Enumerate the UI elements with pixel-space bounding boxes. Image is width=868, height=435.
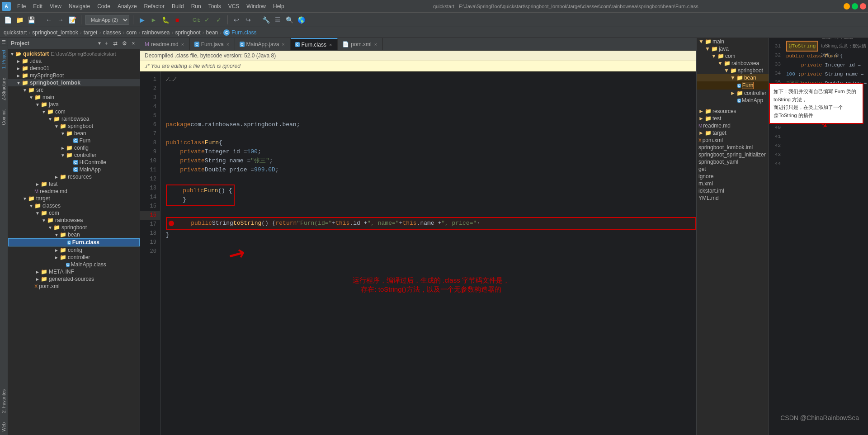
breadcrumb-springboot[interactable]: springboot bbox=[175, 29, 201, 36]
right-tree-controller[interactable]: ► 📁 controller bbox=[697, 90, 769, 97]
tab-readme[interactable]: M readme.md × bbox=[140, 38, 190, 51]
right-tree-iml[interactable]: springboot_lombok.iml bbox=[697, 144, 769, 151]
right-tree-bean[interactable]: ▼ 📁 bean bbox=[697, 74, 769, 81]
breadcrumb-file[interactable]: Furn.class bbox=[231, 29, 256, 36]
tree-config[interactable]: ► 📁 config bbox=[8, 144, 140, 151]
tab-mainapp-java[interactable]: C MainApp.java × bbox=[235, 38, 291, 51]
code-editor[interactable]: 1 2 3 4 5 6 7 8 9 10 11 12 13 14 bbox=[140, 71, 696, 435]
code-content[interactable]: /…/ package com.rainbowsea.springboot.be… bbox=[160, 71, 696, 435]
tab-web[interactable]: Web bbox=[1, 422, 6, 431]
settings-panel-btn[interactable]: ⚙ bbox=[121, 40, 128, 47]
git-check-button[interactable]: ✓ bbox=[202, 15, 212, 25]
right-tree-ymlmd[interactable]: YML.md bbox=[697, 194, 769, 202]
vcs-button[interactable]: ☰ bbox=[273, 15, 283, 25]
right-tree-ignore[interactable]: ignore bbox=[697, 173, 769, 180]
tab-mainapp-java-close[interactable]: × bbox=[281, 42, 285, 47]
close-button[interactable] bbox=[860, 3, 866, 9]
recent-files-button[interactable]: 📝 bbox=[67, 15, 77, 25]
breadcrumb-rainbowsea[interactable]: rainbowsea bbox=[142, 29, 170, 36]
right-tree-furn[interactable]: C Furn bbox=[697, 81, 769, 90]
tree-hicontroller[interactable]: C HiControlle bbox=[8, 159, 140, 166]
tree-com-target[interactable]: ▼ 📁 com bbox=[8, 209, 140, 217]
right-tree-spring-init[interactable]: springboot_spring_initializer bbox=[697, 151, 769, 158]
breadcrumb-com[interactable]: com bbox=[126, 29, 137, 36]
tree-src[interactable]: ▼ 📁 src bbox=[8, 86, 140, 94]
tree-resources[interactable]: ► 📁 resources bbox=[8, 173, 140, 180]
tab-furn-java-close[interactable]: × bbox=[226, 42, 230, 47]
tree-myspringboot[interactable]: ► 📁 mySpringBoot bbox=[8, 72, 140, 79]
tree-meta-inf[interactable]: ► 📁 META-INF bbox=[8, 268, 140, 275]
tree-bean[interactable]: ▼ 📁 bean bbox=[8, 130, 140, 137]
tree-springboot-lombok[interactable]: ▼ 📁 springboot_lombok bbox=[8, 79, 140, 86]
breadcrumb-bean[interactable]: bean bbox=[206, 29, 218, 36]
add-panel-btn[interactable]: + bbox=[103, 40, 110, 47]
menu-help[interactable]: Help bbox=[269, 2, 288, 10]
collapse-sidebar-btn[interactable]: ☰ bbox=[2, 39, 6, 45]
right-tree-mxml[interactable]: m.xml bbox=[697, 180, 769, 187]
right-tree-main[interactable]: ▼ 📁 main bbox=[697, 38, 769, 45]
tree-furn-class[interactable]: C Furn.class bbox=[8, 238, 140, 246]
tree-main[interactable]: ▼ 📁 main bbox=[8, 94, 140, 101]
tree-furn-java[interactable]: C Furn bbox=[8, 137, 140, 144]
right-tree-spring-yaml[interactable]: springboot_yaml bbox=[697, 158, 769, 165]
sync-panel-btn[interactable]: ⇄ bbox=[112, 40, 119, 47]
menu-navigate[interactable]: Navigate bbox=[65, 2, 94, 10]
tree-demo01[interactable]: ► 📁 demo01 bbox=[8, 65, 140, 72]
tab-furn-class-close[interactable]: × bbox=[328, 42, 333, 47]
tree-mainapp[interactable]: C MainApp bbox=[8, 166, 140, 173]
right-tree-springboot[interactable]: ▼ 📁 springboot bbox=[697, 67, 769, 74]
breadcrumb-classes[interactable]: classes bbox=[103, 29, 121, 36]
tab-commit[interactable]: Commit bbox=[1, 109, 6, 125]
tree-springboot[interactable]: ▼ 📁 springboot bbox=[8, 123, 140, 130]
right-tree-rainbowsea[interactable]: ▼ 📁 rainbowsea bbox=[697, 60, 769, 67]
right-tree-pom[interactable]: X pom.xml bbox=[697, 137, 769, 144]
right-tree-java[interactable]: ▼ 📁 java bbox=[697, 45, 769, 52]
tab-furn-class[interactable]: C Furn.class × bbox=[291, 38, 338, 51]
right-tree-com[interactable]: ▼ 📁 com bbox=[697, 52, 769, 60]
tree-readme[interactable]: M readme.md bbox=[8, 188, 140, 195]
tab-project[interactable]: 1: Project bbox=[1, 50, 6, 69]
menu-run[interactable]: Run bbox=[188, 2, 205, 10]
tree-test[interactable]: ► 📁 test bbox=[8, 180, 140, 188]
new-file-button[interactable]: 📄 bbox=[3, 15, 13, 25]
menu-file[interactable]: File bbox=[14, 2, 29, 10]
breadcrumb-module[interactable]: springboot_lombok bbox=[32, 29, 78, 36]
right-tree-target[interactable]: ► 📁 target bbox=[697, 129, 769, 137]
right-code-content[interactable]: @ToString 在编译时，生成 toString, 注意：默认情况下，会 p… bbox=[783, 38, 868, 435]
tab-pom-xml[interactable]: 📄 pom.xml × bbox=[338, 38, 383, 51]
save-button[interactable]: 💾 bbox=[26, 15, 36, 25]
undo-button[interactable]: ↩ bbox=[231, 15, 241, 25]
tree-classes[interactable]: ▼ 📁 classes bbox=[8, 202, 140, 209]
run-config-dropdown[interactable]: MainApp (2) bbox=[85, 15, 129, 25]
tree-pom-xml[interactable]: X pom.xml bbox=[8, 283, 140, 290]
menu-window[interactable]: Window bbox=[243, 2, 269, 10]
tree-mainapp-class[interactable]: C MainApp.class bbox=[8, 261, 140, 268]
tree-bean-target[interactable]: ▼ 📁 bean bbox=[8, 231, 140, 238]
tab-structure[interactable]: Z-Structure bbox=[1, 78, 6, 100]
tree-idea[interactable]: ► 📁 .idea bbox=[8, 57, 140, 65]
tab-pom-close[interactable]: × bbox=[373, 42, 378, 47]
tree-root[interactable]: ▼ 📂 quickstart E:\Java\SpringBoot\quicks… bbox=[8, 50, 140, 57]
tree-controller[interactable]: ▼ 📁 controller bbox=[8, 151, 140, 159]
menu-view[interactable]: View bbox=[46, 2, 65, 10]
menu-edit[interactable]: Edit bbox=[29, 2, 46, 10]
menu-vcs[interactable]: VCS bbox=[225, 2, 243, 10]
search-button[interactable]: 🔍 bbox=[284, 15, 294, 25]
breadcrumb-quickstart[interactable]: quickstart bbox=[4, 29, 27, 36]
tree-target[interactable]: ▼ 📁 target bbox=[8, 195, 140, 202]
stop-button[interactable]: ■ bbox=[172, 15, 182, 25]
translate-button[interactable]: 🌎 bbox=[296, 15, 306, 25]
menu-build[interactable]: Build bbox=[168, 2, 188, 10]
breadcrumb-target[interactable]: target bbox=[84, 29, 98, 36]
right-tree-ickstart[interactable]: ickstart.iml bbox=[697, 187, 769, 194]
close-panel-btn[interactable]: × bbox=[130, 40, 137, 47]
menu-tools[interactable]: Tools bbox=[205, 2, 225, 10]
tab-furn-java[interactable]: C Furn.java × bbox=[190, 38, 235, 51]
tree-generated-sources[interactable]: ► 📁 generated-sources bbox=[8, 275, 140, 283]
menu-refactor[interactable]: Refactor bbox=[141, 2, 168, 10]
right-tree-get[interactable]: get bbox=[697, 165, 769, 173]
right-tree-readme[interactable]: M readme.md bbox=[697, 122, 769, 129]
tab-readme-close[interactable]: × bbox=[180, 42, 185, 47]
tree-springboot-target[interactable]: ▼ 📁 springboot bbox=[8, 224, 140, 231]
right-tree-resources[interactable]: ► 📁 resources bbox=[697, 108, 769, 115]
